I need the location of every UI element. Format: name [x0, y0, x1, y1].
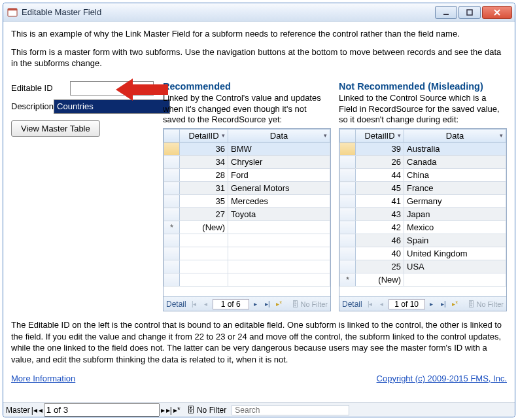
- cell-data[interactable]: Spain: [404, 234, 506, 247]
- cell-detailid[interactable]: 34: [180, 156, 228, 169]
- cell-data[interactable]: Mercedes: [228, 195, 330, 208]
- close-button[interactable]: [482, 6, 512, 19]
- nav-prev-button[interactable]: ◂: [377, 299, 387, 309]
- cell-detailid[interactable]: 41: [356, 195, 404, 208]
- nav-prev-button[interactable]: ◂: [201, 299, 211, 309]
- cell-detailid[interactable]: 27: [180, 208, 228, 221]
- row-selector[interactable]: [340, 208, 356, 221]
- search-input[interactable]: [232, 405, 349, 415]
- row-selector[interactable]: [164, 195, 180, 208]
- nav-next-button[interactable]: ▸: [250, 299, 261, 309]
- table-row[interactable]: 27Toyota: [164, 208, 330, 221]
- chevron-down-icon[interactable]: ▾: [500, 132, 503, 139]
- titlebar[interactable]: Editable Master Field: [3, 3, 515, 22]
- nav-first-button[interactable]: |◂: [189, 299, 199, 309]
- nav-next-button[interactable]: ▸: [161, 406, 165, 415]
- cell-data[interactable]: Australia: [404, 143, 506, 156]
- cell-detailid[interactable]: 43: [356, 208, 404, 221]
- cell-detailid[interactable]: 39: [356, 143, 404, 156]
- cell-data[interactable]: Japan: [404, 208, 506, 221]
- row-selector[interactable]: [340, 169, 356, 182]
- cell-detailid[interactable]: 45: [356, 182, 404, 195]
- table-row[interactable]: 28Ford: [164, 169, 330, 182]
- cell-data[interactable]: Mexico: [404, 221, 506, 234]
- row-selector[interactable]: [164, 208, 180, 221]
- table-row[interactable]: 36BMW: [164, 143, 330, 156]
- cell-data[interactable]: Ford: [228, 169, 330, 182]
- row-selector[interactable]: [164, 143, 180, 156]
- nav-position[interactable]: [44, 403, 160, 417]
- cell-detailid[interactable]: (New): [180, 221, 228, 234]
- cell-detailid[interactable]: 35: [180, 195, 228, 208]
- description-input[interactable]: [54, 99, 170, 114]
- nav-position[interactable]: [213, 299, 249, 309]
- table-new-row[interactable]: *(New): [164, 221, 330, 234]
- no-filter[interactable]: 🗄 No Filter: [292, 300, 328, 308]
- row-selector[interactable]: [340, 260, 356, 273]
- row-selector-header[interactable]: [340, 130, 356, 143]
- row-selector[interactable]: [340, 247, 356, 260]
- nav-new-button[interactable]: ▸*: [173, 406, 181, 415]
- cell-data[interactable]: [404, 273, 506, 287]
- table-row[interactable]: 39Australia: [340, 143, 506, 156]
- row-selector[interactable]: [340, 234, 356, 247]
- nav-first-button[interactable]: |◂: [31, 406, 37, 415]
- col-detailid[interactable]: DetailID▾: [356, 130, 404, 143]
- copyright-link[interactable]: Copyright (c) 2009-2015 FMS, Inc.: [377, 374, 507, 383]
- table-row[interactable]: 25USA: [340, 260, 506, 273]
- row-selector[interactable]: [164, 182, 180, 195]
- table-row[interactable]: 35Mercedes: [164, 195, 330, 208]
- cell-detailid[interactable]: 42: [356, 221, 404, 234]
- col-data[interactable]: Data▾: [404, 130, 506, 143]
- cell-detailid[interactable]: (New): [356, 273, 404, 287]
- chevron-down-icon[interactable]: ▾: [222, 132, 225, 139]
- cell-detailid[interactable]: 28: [180, 169, 228, 182]
- nav-prev-button[interactable]: ◂: [39, 406, 43, 415]
- cell-data[interactable]: [228, 221, 330, 234]
- minimize-button[interactable]: [435, 6, 457, 19]
- table-row[interactable]: 45France: [340, 182, 506, 195]
- cell-data[interactable]: Chrysler: [228, 156, 330, 169]
- nav-new-button[interactable]: ▸*: [450, 299, 460, 309]
- cell-detailid[interactable]: 31: [180, 182, 228, 195]
- col-detailid[interactable]: DetailID▾: [180, 130, 228, 143]
- more-information-link[interactable]: More Information: [11, 374, 75, 383]
- col-data[interactable]: Data▾: [228, 130, 330, 143]
- no-filter[interactable]: 🗄 No Filter: [468, 300, 504, 308]
- cell-detailid[interactable]: 36: [180, 143, 228, 156]
- cell-data[interactable]: China: [404, 169, 506, 182]
- nav-next-button[interactable]: ▸: [426, 299, 437, 309]
- editable-id-input[interactable]: [70, 81, 154, 96]
- table-row[interactable]: 44China: [340, 169, 506, 182]
- cell-data[interactable]: France: [404, 182, 506, 195]
- nav-new-button[interactable]: ▸*: [274, 299, 285, 309]
- cell-data[interactable]: BMW: [228, 143, 330, 156]
- cell-data[interactable]: Canada: [404, 156, 506, 169]
- cell-data[interactable]: Germany: [404, 195, 506, 208]
- table-row[interactable]: 31General Motors: [164, 182, 330, 195]
- table-row[interactable]: 42Mexico: [340, 221, 506, 234]
- table-row[interactable]: 43Japan: [340, 208, 506, 221]
- view-master-table-button[interactable]: View Master Table: [11, 120, 100, 137]
- not-recommended-grid[interactable]: DetailID▾ Data▾ 39Australia26Canada44Chi…: [339, 128, 507, 311]
- row-selector[interactable]: [340, 156, 356, 169]
- chevron-down-icon[interactable]: ▾: [398, 132, 401, 139]
- table-row[interactable]: 34Chrysler: [164, 156, 330, 169]
- cell-detailid[interactable]: 40: [356, 247, 404, 260]
- cell-data[interactable]: USA: [404, 260, 506, 273]
- table-row[interactable]: 40United Kingdom: [340, 247, 506, 260]
- cell-detailid[interactable]: 44: [356, 169, 404, 182]
- row-selector-header[interactable]: [164, 130, 180, 143]
- nav-last-button[interactable]: ▸|: [262, 299, 273, 309]
- table-new-row[interactable]: *(New): [340, 273, 506, 287]
- table-row[interactable]: 26Canada: [340, 156, 506, 169]
- nav-first-button[interactable]: |◂: [365, 299, 375, 309]
- cell-detailid[interactable]: 46: [356, 234, 404, 247]
- row-selector[interactable]: [340, 143, 356, 156]
- row-selector[interactable]: [340, 221, 356, 234]
- table-row[interactable]: 41Germany: [340, 195, 506, 208]
- cell-data[interactable]: United Kingdom: [404, 247, 506, 260]
- chevron-down-icon[interactable]: ▾: [324, 132, 327, 139]
- nav-position[interactable]: [389, 299, 425, 309]
- row-selector[interactable]: [340, 182, 356, 195]
